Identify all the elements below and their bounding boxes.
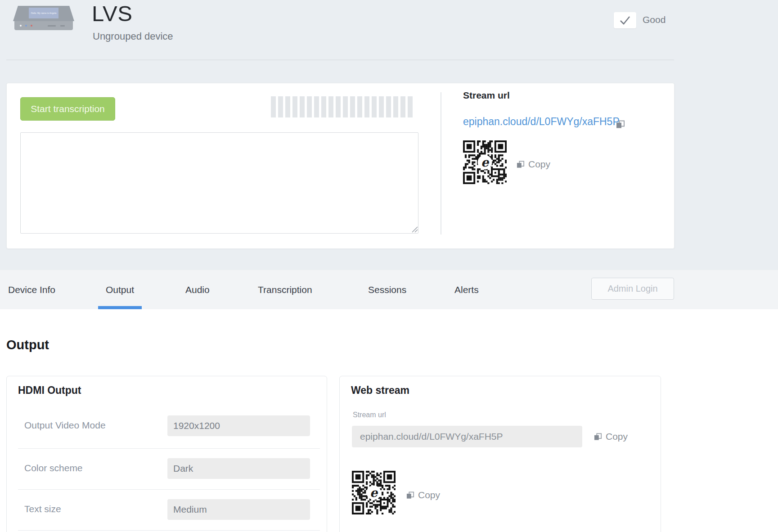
meter-bar: [400, 96, 405, 117]
copy-icon[interactable]: [616, 120, 625, 129]
led-white: [20, 25, 22, 27]
hdmi-output-panel: HDMI Output Output Video Mode 1920x1200 …: [6, 376, 327, 532]
qr-code: e: [463, 140, 507, 184]
copy-button[interactable]: Copy: [594, 431, 628, 442]
tab-audio[interactable]: Audio: [178, 270, 217, 309]
svg-text:e: e: [481, 155, 490, 169]
stream-url-field[interactable]: epiphan.cloud/d/L0FWYg/xaFH5P: [352, 426, 582, 447]
output-video-mode-field[interactable]: 1920x1200: [167, 415, 310, 436]
color-scheme-field[interactable]: Dark: [167, 458, 310, 479]
row-divider: [18, 530, 320, 531]
copy-icon: [406, 491, 414, 499]
meter-bar: [386, 96, 391, 117]
meter-bar: [350, 96, 355, 117]
meter-bar: [278, 96, 283, 117]
row-divider: [18, 489, 320, 490]
meter-bar: [372, 96, 377, 117]
tab-output[interactable]: Output: [98, 270, 142, 309]
status-label: Good: [643, 14, 666, 25]
admin-login-button[interactable]: Admin Login: [591, 278, 674, 300]
output-video-mode-label: Output Video Mode: [24, 420, 106, 431]
copy-icon: [517, 161, 525, 168]
meter-bar: [364, 96, 369, 117]
color-scheme-label: Color scheme: [24, 463, 83, 473]
page-title: LVS: [92, 1, 132, 26]
transcription-card: Start transcription Stream url epiphan.c…: [6, 83, 675, 249]
meter-bar: [357, 96, 362, 117]
audio-level-meter: [271, 96, 413, 117]
output-tab-content: Output HDMI Output Output Video Mode 192…: [0, 309, 778, 532]
device-thumbnail-screen: Hello. My name is Angela: [29, 8, 58, 18]
stream-url-heading: Stream url: [463, 90, 510, 101]
stream-url-link[interactable]: epiphan.cloud/d/L0FWYg/xaFH5P: [463, 116, 620, 128]
device-page: Hello. My name is Angela LVS Ungrouped d…: [0, 0, 778, 532]
start-transcription-button[interactable]: Start transcription: [20, 97, 115, 121]
stream-url-label: Stream url: [353, 411, 386, 419]
tab-device-info[interactable]: Device Info: [0, 270, 63, 309]
led-red: [31, 25, 32, 27]
meter-bar: [393, 96, 398, 117]
device-port: [48, 25, 56, 27]
meter-bar: [379, 96, 384, 117]
led-blue: [25, 25, 27, 27]
status-badge: [614, 12, 636, 28]
text-size-field[interactable]: Medium: [167, 499, 310, 520]
device-thumbnail: Hello. My name is Angela: [13, 6, 74, 31]
device-button: [60, 25, 65, 27]
meter-bar: [328, 96, 333, 117]
device-thumbnail-front: [14, 21, 73, 30]
copy-button-label: Copy: [606, 431, 628, 442]
web-stream-title: Web stream: [351, 384, 409, 397]
meter-bar: [314, 96, 319, 117]
web-stream-panel: Web stream Stream url epiphan.cloud/d/L0…: [339, 376, 661, 532]
meter-bar: [408, 96, 413, 117]
copy-button-label: Copy: [418, 490, 440, 500]
svg-text:e: e: [370, 486, 378, 500]
output-section-heading: Output: [6, 338, 49, 352]
page-subtitle: Ungrouped device: [93, 31, 173, 42]
copy-button-label: Copy: [528, 159, 550, 170]
meter-bar: [321, 96, 326, 117]
transcript-textarea[interactable]: [20, 132, 418, 234]
meter-bar: [343, 96, 348, 117]
meter-bar: [285, 96, 290, 117]
tab-transcription[interactable]: Transcription: [250, 270, 320, 309]
meter-bar: [336, 96, 341, 117]
meter-bar: [307, 96, 312, 117]
row-divider: [18, 448, 320, 449]
tab-bar: Device Info Output Audio Transcription S…: [0, 270, 778, 309]
hdmi-output-title: HDMI Output: [18, 384, 81, 397]
card-vertical-divider: [441, 92, 441, 234]
check-icon: [619, 15, 631, 25]
text-size-label: Text size: [24, 504, 61, 514]
device-screen-text: Hello. My name is Angela: [31, 12, 56, 14]
device-thumbnail-top: Hello. My name is Angela: [13, 6, 74, 21]
meter-bar: [271, 96, 276, 117]
copy-icon: [594, 433, 602, 441]
tab-sessions[interactable]: Sessions: [360, 270, 414, 309]
header-divider: [6, 59, 674, 60]
copy-button[interactable]: Copy: [517, 159, 550, 170]
meter-bar: [300, 96, 305, 117]
copy-button[interactable]: Copy: [406, 490, 440, 500]
qr-code: e: [352, 471, 396, 514]
meter-bar: [292, 96, 297, 117]
tab-alerts[interactable]: Alerts: [447, 270, 486, 309]
